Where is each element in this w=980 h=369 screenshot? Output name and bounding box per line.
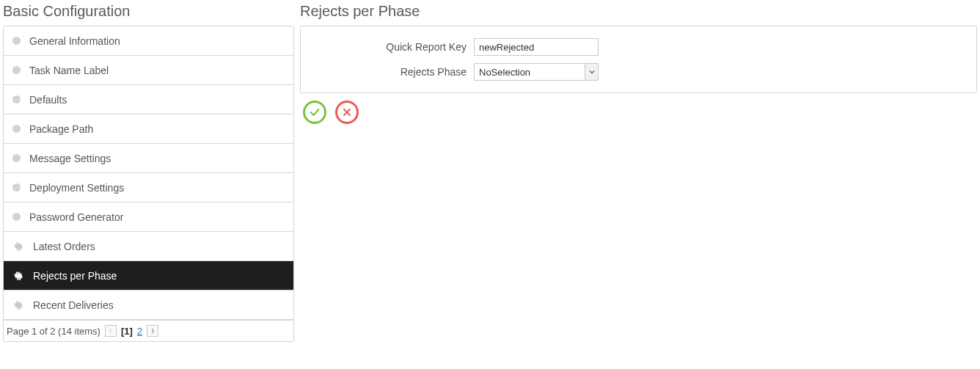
bullet-icon	[12, 95, 21, 103]
puzzle-icon	[12, 241, 24, 252]
config-nav: General Information Task Name Label Defa…	[3, 26, 294, 342]
nav-item-latest-orders[interactable]: Latest Orders	[4, 232, 293, 261]
rejects-phase-select[interactable]: NoSelection	[474, 63, 599, 81]
nav-item-message-settings[interactable]: Message Settings	[4, 144, 293, 173]
left-pane-title: Basic Configuration	[3, 3, 294, 20]
quick-report-key-label: Quick Report Key	[312, 41, 474, 53]
quick-report-key-input[interactable]	[474, 38, 599, 56]
nav-item-general-information[interactable]: General Information	[4, 26, 293, 56]
bullet-icon	[12, 213, 21, 221]
bullet-icon	[12, 37, 21, 45]
nav-item-label: Task Name Label	[29, 65, 109, 76]
pager-summary: Page 1 of 2 (14 items)	[7, 326, 100, 337]
pager: Page 1 of 2 (14 items) [1] 2	[4, 320, 293, 341]
nav-item-label: Rejects per Phase	[33, 270, 117, 282]
puzzle-icon	[12, 299, 24, 311]
rejects-phase-label: Rejects Phase	[312, 66, 474, 78]
bullet-icon	[12, 125, 21, 133]
nav-item-rejects-per-phase[interactable]: Rejects per Phase	[4, 261, 293, 291]
nav-item-task-name-label[interactable]: Task Name Label	[4, 56, 293, 85]
rejects-phase-value: NoSelection	[475, 67, 585, 78]
form-panel: Quick Report Key Rejects Phase NoSelecti…	[300, 26, 977, 93]
nav-item-package-path[interactable]: Package Path	[4, 114, 293, 144]
bullet-icon	[12, 154, 21, 162]
action-bar	[300, 101, 977, 124]
close-icon	[341, 106, 353, 118]
pager-current-page: [1]	[121, 326, 133, 337]
nav-item-label: Password Generator	[29, 211, 123, 223]
confirm-button[interactable]	[303, 101, 326, 124]
nav-item-label: Latest Orders	[33, 241, 95, 252]
chevron-down-icon	[585, 64, 598, 80]
nav-item-label: Recent Deliveries	[33, 299, 114, 311]
bullet-icon	[12, 183, 21, 191]
nav-item-password-generator[interactable]: Password Generator	[4, 202, 293, 232]
nav-item-label: Defaults	[29, 94, 67, 106]
bullet-icon	[12, 66, 21, 74]
nav-item-label: General Information	[29, 35, 120, 47]
nav-item-recent-deliveries[interactable]: Recent Deliveries	[4, 291, 293, 320]
nav-item-label: Message Settings	[29, 153, 111, 164]
pager-page-2[interactable]: 2	[137, 326, 142, 337]
right-pane-title: Rejects per Phase	[300, 3, 977, 20]
nav-item-defaults[interactable]: Defaults	[4, 85, 293, 114]
check-icon	[309, 106, 321, 118]
nav-item-label: Package Path	[29, 123, 93, 135]
nav-item-label: Deployment Settings	[29, 182, 124, 194]
cancel-button[interactable]	[335, 101, 359, 124]
puzzle-icon	[12, 270, 24, 282]
pager-prev-button[interactable]	[105, 325, 117, 337]
pager-next-button[interactable]	[147, 325, 158, 337]
nav-item-deployment-settings[interactable]: Deployment Settings	[4, 173, 293, 202]
